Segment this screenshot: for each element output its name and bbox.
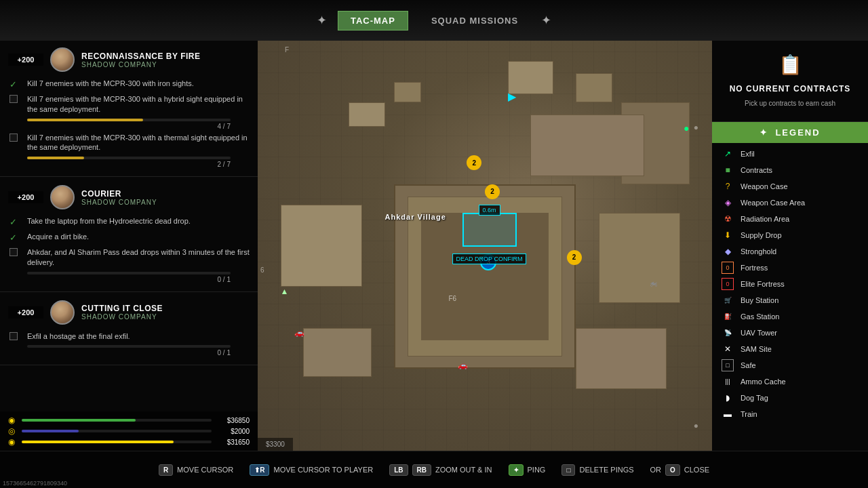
legend-item-fortress: 0 Fortress: [712, 260, 868, 276]
coordinates-text: 1573665462791809340: [3, 480, 67, 487]
legend-supply-drop-icon: ⬇: [722, 229, 734, 241]
bottom-bar: R MOVE CURSOR ⬆R MOVE CURSOR TO PLAYER L…: [0, 451, 868, 488]
legend-gas-station-icon: ⛽: [722, 310, 734, 323]
obj-2-count: 4 / 7: [0, 123, 258, 130]
obj-c3-text: Ahkdar, and Al Sharim Pass dead drops wi…: [27, 247, 250, 268]
legend-stronghold-label: Stronghold: [741, 247, 776, 256]
vehicle-bottom: 🚗: [458, 361, 468, 370]
mission-recon-obj-2: Kill 7 enemies with the MCPR-300 with a …: [0, 92, 258, 117]
legend-dog-tag-label: Dog Tag: [741, 394, 768, 402]
label-zoom: ZOOM OUT & IN: [435, 466, 492, 474]
map-location-label: Ahkdar Village: [385, 213, 446, 221]
stat-icon-2: ◎: [8, 426, 18, 436]
obj-check-c1: ✓: [9, 217, 17, 227]
legend-item-supply-drop: ⬇ Supply Drop: [712, 227, 868, 243]
bottom-move-to-player: ⬆R MOVE CURSOR TO PLAYER: [250, 464, 373, 476]
mission-recon-name: RECONNAISSANCE BY FIRE: [81, 52, 250, 61]
legend-sam-site-label: SAM Site: [741, 345, 772, 353]
obj-box-cu1: [9, 332, 18, 340]
legend-item-safe: □ Safe: [712, 357, 868, 373]
tab-squad-missions[interactable]: SQUAD MISSIONS: [419, 12, 530, 30]
bottom-zoom: LB RB ZOOM OUT & IN: [389, 464, 492, 476]
legend-item-ammo-cache: ||| Ammo Cache: [712, 373, 868, 390]
legend-title: LEGEND: [775, 127, 820, 138]
btn-zoom-2[interactable]: RB: [412, 464, 431, 476]
legend-exfil-label: Exfil: [741, 150, 755, 158]
legend-sam-site-icon: ✕: [722, 343, 734, 355]
legend-gas-station-label: Gas Station: [741, 312, 779, 321]
contracts-empty-title: NO CURRENT CONTRACTS: [730, 84, 851, 94]
mission-courier-faction: SHADOW COMPANY: [81, 199, 250, 206]
obj-c3-count: 0 / 1: [0, 276, 258, 283]
legend-item-gas-station: ⛽ Gas Station: [712, 308, 868, 325]
legend-uav-tower-label: UAV Tower: [741, 329, 777, 337]
mission-recon-avatar: [50, 47, 75, 72]
label-delete-pings: DELETE PINGS: [579, 466, 633, 474]
bottom-delete-pings: □ DELETE PINGS: [561, 464, 633, 476]
dead-drop-dist: 0.6m: [478, 205, 500, 216]
right-panel: 📋 NO CURRENT CONTRACTS Pick up contracts…: [712, 41, 868, 451]
legend-uav-tower-icon: 📡: [722, 327, 734, 339]
mission-cutting-header: +200 CUTTING IT CLOSE SHADOW COMPANY: [0, 293, 258, 329]
legend-item-exfil: ↗ Exfil: [712, 146, 868, 162]
obj-cu1-count: 0 / 1: [0, 349, 258, 357]
legend-item-stronghold: ◆ Stronghold: [712, 243, 868, 260]
btn-delete-pings[interactable]: □: [561, 464, 575, 476]
stat-val-1: $36850: [216, 417, 250, 424]
stat-val-3: $31650: [216, 439, 250, 446]
legend-buy-station-label: Buy Station: [741, 296, 778, 304]
label-move-cursor: MOVE CURSOR: [177, 466, 233, 474]
btn-move-cursor[interactable]: R: [159, 464, 173, 476]
map-area[interactable]: Ahkdar Village F 6 2 2 2 3 0.6m DEAD DRO…: [258, 41, 712, 451]
mission-recon: +200 RECONNAISSANCE BY FIRE SHADOW COMPA…: [0, 41, 258, 177]
legend-ammo-cache-icon: |||: [722, 375, 734, 388]
legend-dog-tag-icon: ◗: [722, 392, 734, 404]
dead-drop-confirm: 0.6m DEAD DROP CONFIRM: [462, 213, 517, 247]
obj-cu1-text: Exfil a hostage at the final exfil.: [27, 331, 130, 342]
vehicle-left: 🚗: [294, 328, 304, 338]
obj-cu1-progress-bg: [27, 345, 231, 348]
obj-check-icon: ✓: [9, 79, 17, 89]
obj-c3-progress-bg: [27, 272, 231, 274]
legend-train-icon: ▬: [722, 408, 734, 420]
btn-close[interactable]: O: [665, 464, 680, 476]
legend-supply-drop-label: Supply Drop: [741, 231, 782, 239]
top-navigation: ✦ TAC-MAP SQUAD MISSIONS ✦: [0, 0, 868, 41]
btn-move-to-player[interactable]: ⬆R: [250, 464, 269, 476]
player-icon-top: ▶: [508, 90, 516, 103]
bottom-close: OR O CLOSE: [650, 464, 710, 476]
legend-icon: ✦: [760, 127, 768, 138]
stat-bar-bg-1: [22, 419, 212, 422]
mission-cutting-reward: +200: [8, 306, 43, 319]
legend-list: ↗ Exfil ■ Contracts ? Weapon Case ◈ Weap…: [712, 143, 868, 451]
tab-tac-map[interactable]: TAC-MAP: [338, 11, 408, 30]
btn-zoom-1[interactable]: LB: [389, 464, 408, 476]
mission-cutting-avatar: [50, 300, 75, 325]
mission-courier-name: COURIER: [81, 189, 250, 199]
obj-box-c3: [9, 248, 18, 256]
obj-2-progress-bar: [27, 119, 143, 121]
label-ping: PING: [528, 466, 546, 474]
legend-item-contracts: ■ Contracts: [712, 162, 868, 178]
obj-1-text: Kill 7 enemies with the MCPR-300 with ir…: [27, 79, 194, 89]
legend-item-train: ▬ Train: [712, 406, 868, 422]
legend-item-buy-station: 🛒 Buy Station: [712, 292, 868, 308]
exfil-left: ▲: [281, 287, 289, 296]
mission-courier-obj-1: ✓ Take the laptop from the Hydroelectric…: [0, 214, 258, 229]
legend-radiation-icon: ☢: [722, 213, 734, 225]
mission-recon-titles: RECONNAISSANCE BY FIRE SHADOW COMPANY: [81, 52, 250, 68]
legend-weapon-case-area-label: Weapon Case Area: [741, 199, 805, 207]
legend-weapon-case-area-icon: ◈: [722, 197, 734, 209]
btn-ping[interactable]: ✦: [509, 464, 524, 476]
label-close: CLOSE: [684, 466, 709, 474]
stat-bar-bg-3: [22, 441, 212, 443]
obj-3-count: 2 / 7: [0, 161, 258, 168]
stat-bar-3: [22, 441, 174, 443]
stat-icon-3: ◉: [8, 437, 18, 447]
legend-elite-fortress-icon: 0: [722, 278, 734, 290]
obj-3-progress-bg: [27, 157, 231, 159]
legend-item-elite-fortress: 0 Elite Fortress: [712, 276, 868, 292]
stat-bar-1: [22, 419, 136, 422]
legend-safe-icon: □: [722, 359, 734, 371]
mission-courier-obj-3: Ahkdar, and Al Sharim Pass dead drops wi…: [0, 245, 258, 270]
